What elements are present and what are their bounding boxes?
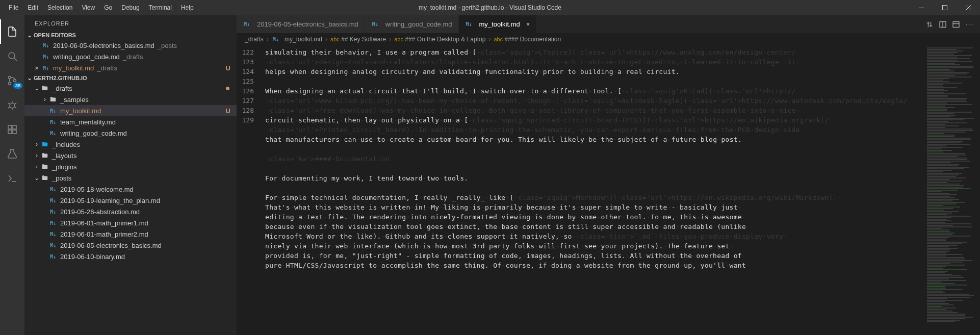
search-icon[interactable] (0, 44, 24, 68)
menu-bar: FileEditSelectionViewGoDebugTerminalHelp (0, 0, 198, 15)
breadcrumb-item[interactable]: M↓ my_toolkit.md (272, 36, 322, 43)
svg-point-3 (9, 76, 11, 79)
folder-item[interactable]: ›_layouts (24, 150, 237, 161)
scm-status: U (226, 107, 233, 115)
more-icon[interactable]: ··· (965, 20, 974, 28)
project-header[interactable]: ⌄ GERTH2.GITHUB.IO (24, 73, 237, 83)
menu-view[interactable]: View (77, 0, 99, 15)
debug-icon[interactable] (0, 93, 24, 117)
scm-status: U (226, 64, 233, 72)
item-label: 2019-06-01-math_primer2.md (60, 230, 148, 238)
split-right-icon[interactable] (939, 20, 947, 29)
markdown-file-icon: M↓ (371, 21, 379, 27)
tab-actions: ··· (919, 15, 980, 33)
editor-area: M↓2019-06-05-electronics_basics.mdM↓writ… (237, 15, 980, 335)
item-label: 2019-06-05-electronics_basics.md (60, 242, 162, 249)
folder-item[interactable]: ⌄_posts (24, 172, 237, 184)
svg-point-5 (14, 80, 16, 82)
folder-item[interactable]: ›_samples (24, 94, 237, 105)
markdown-file-icon: M↓ (42, 43, 50, 48)
symbol-icon: abc (394, 36, 403, 42)
menu-help[interactable]: Help (176, 0, 198, 15)
folder-item[interactable]: ›_includes (24, 139, 237, 150)
extensions-icon[interactable] (0, 117, 24, 142)
editor-tab[interactable]: M↓writing_good_code.md (365, 15, 459, 33)
markdown-file-icon: M↓ (42, 54, 50, 60)
item-label: _includes (52, 141, 80, 148)
menu-debug[interactable]: Debug (117, 0, 144, 15)
activity-bar: 38 (0, 15, 24, 335)
scm-badge: 38 (13, 83, 22, 89)
menu-go[interactable]: Go (99, 0, 117, 15)
breadcrumb-item[interactable]: abc #### Documentation (494, 36, 561, 43)
code-editor[interactable]: simulating·their·behavior,·I·use·a·progr… (265, 45, 924, 335)
open-editors-label: OPEN EDITORS (34, 32, 76, 38)
source-control-icon[interactable]: 38 (0, 68, 24, 93)
breadcrumb-item[interactable]: abc ### On the Desktop & Laptop (394, 36, 485, 43)
symbol-icon: abc (330, 36, 340, 42)
explorer-icon[interactable] (0, 19, 24, 44)
chevron-right-icon: › (33, 152, 41, 159)
file-item[interactable]: M↓team_mentality.md (24, 116, 237, 127)
open-editor-item[interactable]: ×M↓my_toolkit.md_draftsU (24, 62, 237, 73)
file-item[interactable]: M↓2019-06-05-electronics_basics.md (24, 240, 237, 251)
markdown-file-icon: M↓ (465, 21, 473, 27)
explorer-sidebar: EXPLORER ⌄ OPEN EDITORS M↓2019-06-05-ele… (24, 15, 237, 335)
markdown-file-icon: M↓ (49, 243, 57, 248)
breadcrumb-item[interactable]: abc ## Key Software (330, 36, 386, 43)
open-editor-item[interactable]: M↓2019-06-05-electronics_basics.md_posts (24, 40, 237, 51)
file-hint: _posts (158, 42, 177, 49)
file-item[interactable]: M↓writing_good_code.md (24, 127, 237, 139)
file-item[interactable]: M↓2019-05-18-welcome.md (24, 184, 237, 195)
open-editor-item[interactable]: M↓writing_good_code.md_drafts (24, 51, 237, 62)
menu-terminal[interactable]: Terminal (144, 0, 176, 15)
menu-file[interactable]: File (4, 0, 23, 15)
markdown-file-icon: M↓ (49, 108, 57, 114)
minimap[interactable] (924, 45, 980, 335)
terminal-icon[interactable] (0, 166, 24, 191)
file-item[interactable]: M↓2019-05-26-abstraction.md (24, 206, 237, 217)
file-label: my_toolkit.md (53, 64, 94, 72)
markdown-file-icon: M↓ (49, 119, 57, 125)
file-item[interactable]: M↓my_toolkit.mdU (24, 105, 237, 116)
open-editors-header[interactable]: ⌄ OPEN EDITORS (24, 31, 237, 40)
chevron-right-icon: › (267, 36, 269, 43)
breadcrumbs[interactable]: _drafts›M↓ my_toolkit.md›abc ## Key Soft… (237, 33, 980, 45)
markdown-file-icon: M↓ (49, 198, 57, 203)
folder-icon (49, 96, 57, 103)
minimize-button[interactable] (910, 0, 933, 15)
markdown-file-icon: M↓ (243, 21, 251, 27)
folder-item[interactable]: ›_plugins (24, 161, 237, 172)
folder-icon (41, 85, 49, 92)
close-icon[interactable]: × (33, 64, 41, 72)
svg-rect-9 (13, 130, 16, 134)
menu-selection[interactable]: Selection (43, 0, 77, 15)
markdown-file-icon: M↓ (49, 220, 57, 226)
item-label: _samples (60, 96, 89, 104)
close-icon[interactable]: × (526, 20, 530, 28)
editor-tab[interactable]: M↓2019-06-05-electronics_basics.md (237, 15, 365, 33)
menu-edit[interactable]: Edit (23, 0, 43, 15)
item-label: 2019-06-01-math_primer1.md (60, 219, 148, 227)
layout-icon[interactable] (952, 20, 960, 29)
file-label: writing_good_code.md (53, 53, 120, 61)
item-label: 2019-06-10-binary.md (60, 253, 125, 261)
file-item[interactable]: M↓2019-05-19-learning_the_plan.md (24, 195, 237, 206)
folder-item[interactable]: ⌄_drafts (24, 83, 237, 94)
svg-rect-12 (953, 21, 959, 27)
line-gutter: 122123124125126127128129 (237, 45, 265, 335)
file-item[interactable]: M↓2019-06-01-math_primer1.md (24, 217, 237, 228)
tab-label: writing_good_code.md (385, 20, 452, 28)
svg-rect-8 (8, 130, 12, 134)
file-item[interactable]: M↓2019-06-10-binary.md (24, 251, 237, 262)
chevron-right-icon: › (33, 163, 41, 170)
breadcrumb-item[interactable]: _drafts (245, 36, 264, 43)
chevron-right-icon: › (33, 141, 41, 148)
markdown-file-icon: M↓ (49, 231, 57, 237)
editor-tab[interactable]: M↓my_toolkit.md× (459, 15, 537, 33)
compare-icon[interactable] (925, 20, 934, 29)
close-button[interactable] (957, 0, 980, 15)
maximize-button[interactable] (933, 0, 957, 15)
file-item[interactable]: M↓2019-06-01-math_primer2.md (24, 228, 237, 240)
test-icon[interactable] (0, 142, 24, 166)
